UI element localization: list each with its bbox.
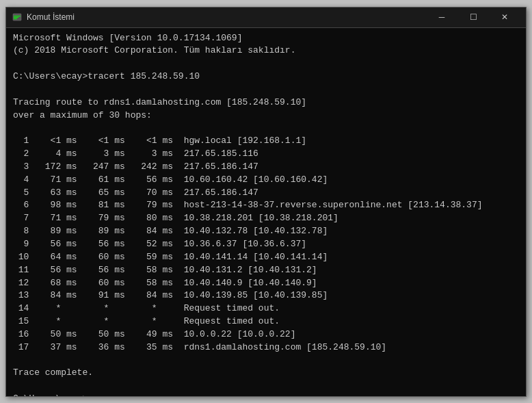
svg-rect-1 [14,16,21,16]
titlebar: Komut İstemi ─ ☐ ✕ [6,8,526,28]
window-icon [12,12,23,23]
maximize-button[interactable]: ☐ [457,7,489,27]
cmd-window: Komut İstemi ─ ☐ ✕ Microsoft Windows [Ve… [5,7,527,397]
svg-rect-3 [14,18,17,19]
console-output: Microsoft Windows [Version 10.0.17134.10… [6,28,526,396]
close-button[interactable]: ✕ [489,7,520,27]
minimize-button[interactable]: ─ [426,7,457,27]
window-controls: ─ ☐ ✕ [426,7,520,27]
window-title: Komut İstemi [27,12,426,22]
svg-rect-2 [14,17,18,18]
